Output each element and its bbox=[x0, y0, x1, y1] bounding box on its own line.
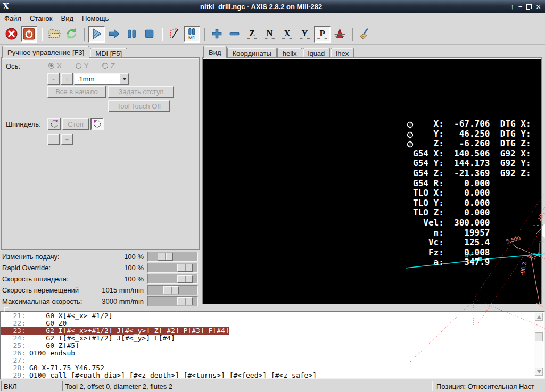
view-x-button[interactable]: X bbox=[279, 26, 295, 43]
pause-program-button[interactable] bbox=[123, 26, 140, 43]
override-value: 3000 mm/min bbox=[102, 297, 144, 305]
view-z-button[interactable]: Z bbox=[244, 26, 260, 43]
toggle-optional-pause-button[interactable]: M1 bbox=[184, 26, 200, 43]
slider-handle[interactable] bbox=[158, 253, 173, 261]
axis-radio-z[interactable]: Z bbox=[102, 62, 115, 70]
axis-label: Ось: bbox=[6, 62, 20, 70]
override-label: Rapid Override: bbox=[2, 264, 51, 272]
reload-file-button[interactable] bbox=[63, 26, 80, 43]
spindle-minus-button[interactable]: - bbox=[47, 134, 60, 145]
shade-button[interactable]: ↑ bbox=[510, 3, 514, 11]
zoom-out-icon bbox=[228, 27, 241, 42]
spindle-cw-button[interactable] bbox=[90, 118, 104, 130]
view-y-button[interactable]: Y bbox=[296, 26, 313, 43]
override-row-feed-override: Изменить подачу:100 % bbox=[2, 252, 199, 262]
view-z2-button[interactable]: N bbox=[261, 26, 278, 43]
scroll-down-icon[interactable] bbox=[535, 368, 543, 376]
svg-text:P: P bbox=[319, 28, 325, 38]
tab-preview[interactable]: Вид bbox=[203, 46, 227, 58]
slider-handle[interactable] bbox=[177, 264, 193, 272]
dro-readout: X: -67.706 DTG X: -8.117 Y: 46.250 DTG Y… bbox=[413, 119, 545, 268]
estop-button[interactable] bbox=[3, 26, 20, 43]
slider-handle[interactable] bbox=[177, 275, 193, 283]
jog-speed-slider[interactable] bbox=[147, 285, 198, 295]
spindle-stop-button[interactable]: Стоп bbox=[62, 118, 89, 130]
gcode-line-text: O100 call [#<path_dia>] [#<z_depth>] [#<… bbox=[29, 371, 317, 379]
title-bar: X nitki_drill.ngc - AXIS 2.8.2 on Mill-2… bbox=[0, 0, 545, 13]
menu-item-file[interactable]: Файл bbox=[0, 13, 26, 23]
menu-item-help[interactable]: Помощь bbox=[78, 13, 113, 23]
toolbar-separator bbox=[84, 28, 85, 41]
gcode-line[interactable]: 29:O100 call [#<path_dia>] [#<z_depth>] … bbox=[1, 372, 544, 379]
svg-text:X: X bbox=[284, 28, 290, 38]
radio-dot-icon bbox=[102, 63, 108, 69]
run-from-line-button[interactable] bbox=[106, 26, 122, 43]
tool-touch-off-button[interactable]: Tool Touch Off bbox=[108, 100, 170, 112]
menu-item-machine[interactable]: Станок bbox=[26, 13, 57, 23]
clear-plot-button[interactable] bbox=[357, 26, 373, 43]
minimize-button[interactable]: − bbox=[518, 3, 523, 11]
toolbar: M1ZNXYP bbox=[0, 24, 545, 45]
axis-homed-icon bbox=[407, 140, 414, 150]
override-row-rapid-override: Rapid Override:100 % bbox=[2, 263, 199, 273]
zoom-out-button[interactable] bbox=[226, 26, 243, 43]
close-button[interactable]: × bbox=[536, 2, 541, 11]
jog-plus-button[interactable]: + bbox=[61, 73, 73, 85]
svg-text:N: N bbox=[266, 28, 272, 38]
override-row-max-velocity: Максимальная скорость:3000 mm/min bbox=[2, 296, 199, 307]
axis-radio-x[interactable]: X bbox=[48, 62, 62, 70]
view-letter-icon: N bbox=[263, 27, 276, 42]
home-all-button[interactable]: Все в начало bbox=[47, 86, 106, 98]
chevron-down-icon bbox=[120, 74, 128, 84]
pause-icon bbox=[125, 27, 138, 42]
zoom-in-button[interactable] bbox=[209, 26, 225, 43]
tab-iquad[interactable]: iquad bbox=[303, 48, 331, 58]
toolbar-separator bbox=[352, 28, 353, 41]
slider-handle[interactable] bbox=[177, 297, 193, 305]
toolbar-separator bbox=[42, 28, 43, 41]
jog-increment-select[interactable]: .1mm bbox=[74, 73, 129, 85]
pane-sash-grip[interactable] bbox=[4, 307, 9, 312]
machine-state-badge: ВКЛ bbox=[1, 381, 61, 391]
preview-plot[interactable]: X: -67.706 DTG X: -8.117 Y: 46.250 DTG Y… bbox=[406, 116, 545, 362]
jog-minus-button[interactable]: - bbox=[47, 73, 60, 85]
gcode-line[interactable]: 28:G0 X-71.75 Y46.752 bbox=[1, 364, 544, 372]
override-label: Максимальная скорость: bbox=[2, 297, 82, 305]
menu-item-view[interactable]: Вид bbox=[57, 13, 78, 23]
toggle-skip-lines-button[interactable] bbox=[166, 26, 183, 43]
override-label: Скорость перемещений bbox=[2, 286, 79, 294]
open-file-button[interactable] bbox=[46, 26, 62, 43]
tab-manual[interactable]: Ручное управление [F3] bbox=[2, 46, 89, 58]
axis-homed-icon bbox=[407, 131, 414, 140]
axis-radio-y[interactable]: Y bbox=[76, 62, 89, 70]
gcode-line-number: 25: bbox=[1, 342, 26, 349]
tab-helix[interactable]: helix bbox=[277, 48, 302, 58]
feed-override-slider[interactable] bbox=[147, 252, 198, 262]
tab-ihex[interactable]: ihex bbox=[331, 48, 354, 58]
override-label: Изменить подачу: bbox=[2, 253, 60, 261]
override-row-jog-speed: Скорость перемещений1015 mm/min bbox=[2, 285, 199, 296]
tab-dro[interactable]: Координаты bbox=[227, 48, 277, 58]
spindle-ccw-button[interactable] bbox=[47, 118, 61, 130]
machine-power-button[interactable] bbox=[21, 26, 37, 43]
gcode-line-number: 27: bbox=[1, 357, 26, 364]
run-icon bbox=[90, 27, 103, 42]
tab-mdi[interactable]: MDI [F5] bbox=[90, 48, 127, 58]
axis-radio-label: X bbox=[57, 62, 62, 70]
max-velocity-slider[interactable] bbox=[147, 296, 198, 306]
spindle-override-slider[interactable] bbox=[147, 274, 198, 284]
spindle-plus-button[interactable]: + bbox=[61, 134, 73, 145]
touch-off-button[interactable]: Задать отступ bbox=[108, 86, 174, 98]
run-program-button[interactable] bbox=[88, 26, 105, 43]
override-label: Скорость шпинделя: bbox=[2, 275, 68, 283]
svg-text:Z: Z bbox=[249, 28, 255, 38]
maximize-button[interactable] bbox=[526, 4, 532, 9]
override-sliders: Изменить подачу:100 %Rapid Override:100 … bbox=[0, 251, 201, 310]
stop-program-button[interactable] bbox=[141, 26, 158, 43]
gcode-line-text: G0 Z0 bbox=[29, 319, 67, 327]
rotate-view-button[interactable] bbox=[332, 26, 348, 43]
rapid-override-slider[interactable] bbox=[147, 263, 198, 273]
view-p-button[interactable]: P bbox=[314, 26, 331, 43]
slider-handle[interactable] bbox=[163, 286, 179, 294]
override-value: 100 % bbox=[124, 275, 144, 283]
